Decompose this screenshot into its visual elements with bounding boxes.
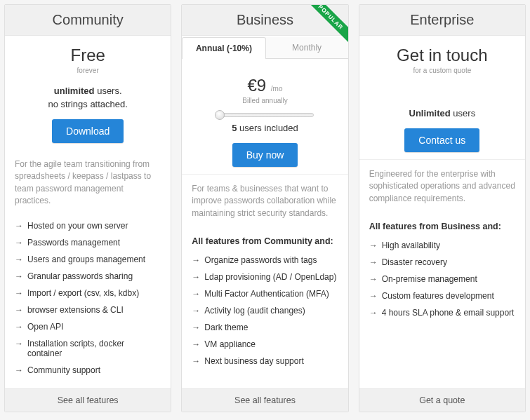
- pricing-block: Get in touch for a custom quote Unlimite…: [359, 36, 525, 159]
- users-rest: users.: [95, 86, 122, 96]
- plan-description: For the agile team transitioning from sp…: [5, 150, 171, 213]
- plan-card-business: POPULAR Business Annual (-10%) Monthly €…: [181, 4, 348, 412]
- feature-list: Hosted on your own serverPasswords manag…: [15, 217, 161, 379]
- plan-title: Enterprise: [359, 12, 525, 28]
- plan-card-community: Community Free forever unlimited users. …: [4, 4, 171, 412]
- plan-description: For teams & businesses that want to impr…: [182, 174, 347, 225]
- buy-now-button[interactable]: Buy now: [232, 143, 298, 167]
- users-line-1: unlimited users.: [13, 86, 162, 96]
- slider-thumb[interactable]: [215, 110, 225, 120]
- users-line: Unlimited users: [368, 108, 517, 118]
- feature-item: Hosted on your own server: [15, 217, 161, 234]
- feature-item: High availability: [369, 237, 515, 254]
- feature-item: On-premise management: [369, 271, 515, 287]
- feature-item: browser extensions & CLI: [15, 302, 161, 318]
- feature-block: Hosted on your own serverPasswords manag…: [5, 213, 171, 388]
- price-amount: €9: [247, 76, 266, 95]
- tab-monthly[interactable]: Monthly: [266, 37, 348, 59]
- plan-description: Engineered for the enterprise with sophi…: [359, 159, 525, 210]
- contact-us-button[interactable]: Contact us: [404, 128, 479, 152]
- feature-list: High availabilityDisaster recoveryOn-pre…: [369, 237, 515, 321]
- feature-item: Granular passwords sharing: [15, 268, 161, 285]
- feature-block: All features from Business and: High ava…: [359, 210, 525, 388]
- plan-price: Get in touch: [368, 46, 517, 65]
- pricing-block: €9 /mo Billed annually 5 users included …: [182, 59, 347, 174]
- feature-item: Multi Factor Authentication (MFA): [192, 285, 338, 302]
- feature-item: Community support: [15, 362, 161, 379]
- users-line-2: no strings attached.: [13, 99, 162, 109]
- feature-item: Organize passwords with tags: [192, 252, 338, 269]
- tab-annual[interactable]: Annual (-10%): [182, 37, 265, 59]
- plan-price: Free: [13, 46, 162, 65]
- feature-item: Custom features development: [369, 287, 515, 304]
- feature-block: All features from Community and: Organiz…: [182, 225, 347, 388]
- users-bold: Unlimited: [409, 108, 451, 118]
- feature-item: Dark theme: [192, 319, 338, 336]
- users-slider[interactable]: [190, 113, 339, 117]
- pricing-block: Free forever unlimited users. no strings…: [5, 36, 171, 150]
- see-all-features-link[interactable]: See all features: [182, 388, 347, 412]
- plan-price-sub: for a custom quote: [368, 67, 517, 74]
- feature-item: VM appliance: [192, 336, 338, 353]
- get-quote-link[interactable]: Get a quote: [359, 388, 525, 412]
- feature-item: Next business day support: [192, 353, 338, 370]
- see-all-features-link[interactable]: See all features: [5, 388, 171, 412]
- billed-note: Billed annually: [190, 97, 339, 104]
- pricing-cards: Community Free forever unlimited users. …: [4, 4, 526, 412]
- plan-card-enterprise: Enterprise Get in touch for a custom quo…: [359, 4, 526, 412]
- feature-list: Organize passwords with tagsLdap provisi…: [192, 252, 338, 370]
- feature-item: Installation scripts, docker container: [15, 335, 161, 362]
- users-bold: unlimited: [54, 86, 95, 96]
- feature-item: Open API: [15, 318, 161, 335]
- feature-item: Ldap provisioning (AD / OpenLdap): [192, 269, 338, 285]
- feature-item: Passwords management: [15, 234, 161, 251]
- users-line: 5 users included: [190, 123, 339, 133]
- feature-heading: All features from Community and:: [192, 236, 338, 246]
- download-button[interactable]: Download: [52, 119, 124, 143]
- plan-price-sub: forever: [13, 67, 162, 74]
- feature-heading: All features from Business and:: [369, 222, 515, 231]
- plan-header: Enterprise: [359, 5, 525, 36]
- billing-tabs: Annual (-10%) Monthly: [182, 37, 347, 59]
- feature-item: Users and groups management: [15, 251, 161, 268]
- plan-price: €9 /mo: [190, 76, 339, 95]
- feature-item: Disaster recovery: [369, 254, 515, 271]
- plan-header: Community: [5, 5, 171, 36]
- price-period: /mo: [271, 85, 283, 93]
- feature-item: Activity log (audit changes): [192, 302, 338, 319]
- feature-item: Import / export (csv, xls, kdbx): [15, 285, 161, 302]
- plan-title: Community: [5, 12, 171, 28]
- users-rest: users: [451, 108, 475, 118]
- feature-item: 4 hours SLA phone & email support: [369, 304, 515, 321]
- users-rest: users included: [237, 123, 298, 133]
